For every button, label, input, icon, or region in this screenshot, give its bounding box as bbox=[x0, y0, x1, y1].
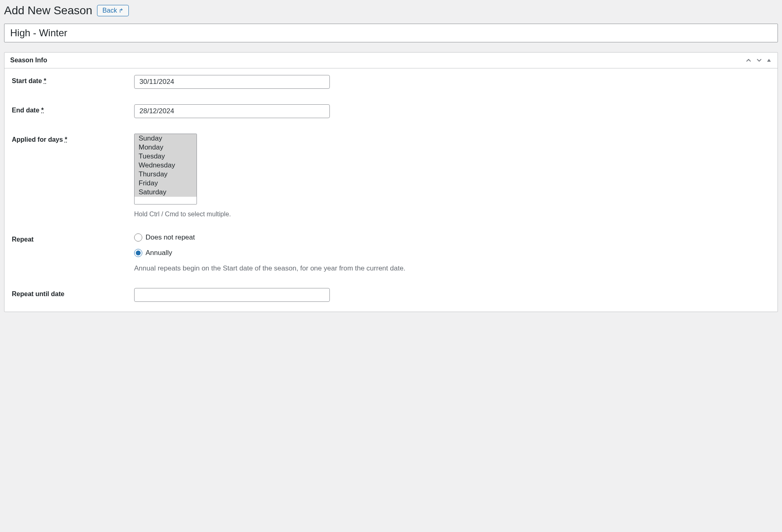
back-button[interactable]: Back ↱ bbox=[97, 5, 129, 16]
day-option[interactable]: Monday bbox=[135, 143, 197, 152]
back-arrow-icon: ↱ bbox=[119, 7, 124, 14]
day-option[interactable]: Saturday bbox=[135, 188, 197, 197]
repeat-none-label: Does not repeat bbox=[146, 233, 195, 242]
move-down-icon[interactable] bbox=[755, 57, 763, 64]
toggle-panel-icon[interactable] bbox=[766, 57, 772, 63]
applied-days-label-text: Applied for days bbox=[12, 136, 63, 143]
back-button-label: Back bbox=[102, 7, 117, 14]
repeat-none-radio[interactable] bbox=[134, 233, 142, 242]
repeat-none-option[interactable]: Does not repeat bbox=[134, 233, 770, 242]
season-info-metabox: Season Info Start date * End bbox=[4, 52, 778, 312]
required-mark: * bbox=[44, 77, 46, 84]
repeat-annually-option[interactable]: Annually bbox=[134, 249, 770, 257]
metabox-title: Season Info bbox=[10, 57, 47, 64]
end-date-label: End date * bbox=[12, 104, 134, 114]
day-option[interactable]: Sunday bbox=[135, 134, 197, 143]
repeat-label: Repeat bbox=[12, 233, 134, 243]
day-option[interactable]: Friday bbox=[135, 179, 197, 188]
required-mark: * bbox=[41, 107, 44, 114]
applied-days-select[interactable]: Sunday Monday Tuesday Wednesday Thursday… bbox=[134, 134, 197, 204]
day-option[interactable]: Tuesday bbox=[135, 152, 197, 161]
repeat-annually-radio[interactable] bbox=[134, 249, 142, 257]
season-title-input[interactable] bbox=[4, 24, 778, 42]
start-date-input[interactable] bbox=[134, 75, 330, 89]
svg-marker-0 bbox=[767, 59, 771, 62]
repeat-annually-label: Annually bbox=[146, 249, 172, 257]
move-up-icon[interactable] bbox=[745, 57, 752, 64]
repeat-until-label: Repeat until date bbox=[12, 288, 134, 298]
day-option[interactable]: Wednesday bbox=[135, 161, 197, 170]
applied-days-label: Applied for days * bbox=[12, 134, 134, 143]
day-option[interactable]: Thursday bbox=[135, 170, 197, 179]
start-date-label: Start date * bbox=[12, 75, 134, 85]
end-date-label-text: End date bbox=[12, 107, 40, 114]
page-title: Add New Season bbox=[4, 4, 92, 17]
repeat-until-input[interactable] bbox=[134, 288, 330, 302]
required-mark: * bbox=[65, 136, 67, 143]
start-date-label-text: Start date bbox=[12, 77, 42, 84]
end-date-input[interactable] bbox=[134, 104, 330, 118]
applied-days-help: Hold Ctrl / Cmd to select multiple. bbox=[134, 211, 770, 218]
repeat-help: Annual repeats begin on the Start date o… bbox=[134, 264, 770, 273]
